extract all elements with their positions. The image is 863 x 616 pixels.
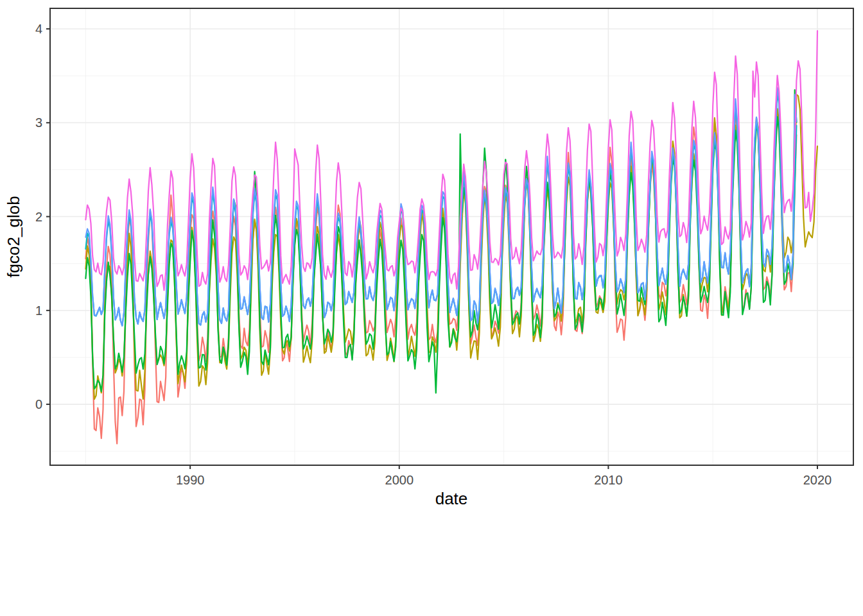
y-axis-title: fgco2_glob xyxy=(4,196,23,277)
y-tick-label: 1 xyxy=(35,304,42,318)
x-tick-label: 2000 xyxy=(385,473,414,487)
figure: { "chart_data": { "type": "line", "title… xyxy=(0,0,863,616)
y-tick-label: 4 xyxy=(35,22,42,36)
x-tick-label: 2020 xyxy=(803,473,832,487)
x-tick-label: 2010 xyxy=(594,473,623,487)
legend: product CMEMS-LSCE-FFNN_v20210709 CSIRML… xyxy=(0,513,863,616)
y-tick-label: 2 xyxy=(35,210,42,224)
y-tick-label: 0 xyxy=(35,397,42,411)
chart-canvas: 012341990200020102020 date fgco2_glob xyxy=(0,0,863,513)
x-tick-label: 1990 xyxy=(176,473,205,487)
y-tick-label: 3 xyxy=(35,116,42,130)
plot-panel xyxy=(50,8,853,465)
x-axis-title: date xyxy=(435,489,468,508)
